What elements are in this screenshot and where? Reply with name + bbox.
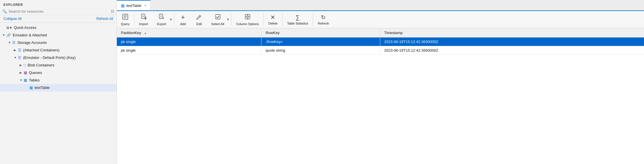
explorer-header: EXPLORER — [0, 0, 117, 8]
column-options-icon — [244, 14, 251, 21]
cell-timestamp: 2023-06-19T15:12:42.3560000Z — [380, 46, 644, 55]
query-icon — [122, 14, 128, 21]
edit-button[interactable]: Edit — [191, 12, 207, 27]
import-button[interactable]: Import — [135, 12, 152, 27]
caret-icon: ▼ — [20, 77, 24, 83]
export-label: Export — [157, 22, 166, 26]
sidebar: EXPLORER 🔍 ☷ Collapse All Refresh All ⊠★… — [0, 0, 117, 164]
separator — [263, 13, 264, 26]
select-all-icon — [215, 14, 221, 21]
tree-label: Blob Containers — [28, 62, 55, 68]
column-options-label: Column Options — [236, 22, 259, 26]
table-statistics-label: Table Statistics — [287, 22, 308, 25]
select-all-group: Select All ▼ — [207, 12, 231, 27]
refresh-all-button[interactable]: Refresh All — [96, 16, 113, 21]
file-tree: ⊠★ Quick Access ▼ 🔗 Emulator & Attached … — [0, 23, 117, 164]
add-icon: + — [181, 13, 185, 21]
caret-icon: ▶ — [14, 47, 18, 53]
collapse-all-button[interactable]: Collapse All — [3, 16, 22, 21]
refresh-icon: ↻ — [321, 14, 326, 21]
column-header-row-key[interactable]: RowKey — [261, 28, 380, 38]
caret-icon: ▼ — [8, 40, 12, 46]
toolbar: Query Import — [117, 11, 644, 28]
tree-label: Storage Accounts — [17, 40, 47, 46]
search-icon: 🔍 — [2, 9, 7, 14]
storage-icon: ☰ — [12, 40, 16, 46]
caret-icon: ▶ — [20, 70, 24, 76]
search-row: 🔍 ☷ — [0, 8, 117, 15]
svg-rect-11 — [216, 14, 220, 19]
tree-item-queues[interactable]: ▶ ▦ Queues — [0, 69, 117, 77]
add-button[interactable]: + Add — [175, 12, 191, 27]
table-row[interactable]: pk single ,RowKey= 2023-06-19T15:12:42.3… — [117, 38, 644, 46]
import-label: Import — [139, 22, 148, 26]
caret-icon: ▶ — [20, 62, 24, 68]
separator — [134, 13, 134, 26]
queue-icon: ▦ — [24, 70, 27, 76]
select-all-label: Select All — [211, 22, 224, 26]
storage-icon: ☰ — [18, 47, 21, 53]
export-icon — [158, 14, 165, 21]
edit-label: Edit — [196, 22, 202, 26]
tab-table-icon: ▦ — [121, 3, 125, 8]
tab-test-table[interactable]: ▦ testTable × — [117, 0, 151, 10]
tab-close-button[interactable]: × — [144, 3, 146, 8]
refresh-label: Refresh — [318, 22, 329, 25]
add-label: Add — [180, 22, 186, 26]
collapse-refresh-row: Collapse All Refresh All — [0, 15, 117, 23]
tab-label: testTable — [126, 3, 141, 8]
query-button[interactable]: Query — [117, 12, 134, 27]
table-header-row: PartitionKey ▲ RowKey Timestamp — [117, 28, 644, 38]
cell-partition-key: pk single — [117, 38, 261, 46]
export-button[interactable]: Export — [152, 12, 168, 27]
column-header-timestamp[interactable]: Timestamp — [380, 28, 644, 38]
table-row[interactable]: pk single quote string 2023-06-19T15:12:… — [117, 46, 644, 55]
blob-icon: □ — [24, 62, 26, 68]
tree-label: (Emulator - Default Ports) (Key) — [23, 55, 76, 61]
tree-item-storage-accounts[interactable]: ▼ ☰ Storage Accounts — [0, 39, 117, 46]
sort-asc-icon: ▲ — [144, 31, 147, 35]
tree-item-tables[interactable]: ▼ ▦ Tables — [0, 77, 117, 84]
caret-icon: ▼ — [14, 55, 18, 61]
svg-line-10 — [199, 16, 200, 17]
filter-icon[interactable]: ☷ — [111, 9, 114, 14]
delete-label: Delete — [268, 22, 278, 25]
tree-item-emulator-default[interactable]: ▼ ☰ (Emulator - Default Ports) (Key) — [0, 54, 117, 62]
caret-icon: ▼ — [2, 32, 6, 38]
import-icon — [141, 14, 147, 21]
tree-label: (Attached Containers) — [23, 47, 59, 53]
table-statistics-button[interactable]: ∑ Table Statistics — [283, 12, 312, 27]
separator — [313, 13, 313, 26]
svg-point-13 — [247, 16, 248, 18]
table-area: PartitionKey ▲ RowKey Timestamp pk singl… — [117, 28, 644, 164]
tree-item-quick-access[interactable]: ⊠★ Quick Access — [0, 24, 117, 31]
table-statistics-icon: ∑ — [295, 14, 299, 21]
delete-button[interactable]: ✕ Delete — [264, 12, 282, 27]
tree-item-emulator-attached[interactable]: ▼ 🔗 Emulator & Attached — [0, 31, 117, 39]
select-all-button[interactable]: Select All — [207, 12, 225, 27]
tree-item-attached-containers[interactable]: ▶ ☰ (Attached Containers) — [0, 46, 117, 54]
separator — [174, 13, 174, 26]
tree-label: Quick Access — [14, 25, 36, 31]
chain-icon: 🔗 — [6, 32, 11, 38]
delete-icon: ✕ — [270, 14, 275, 21]
export-group: Export ▼ — [152, 12, 173, 27]
tree-label: testTable — [35, 85, 50, 91]
separator — [282, 13, 282, 26]
column-header-partition-key[interactable]: PartitionKey ▲ — [117, 28, 261, 38]
main-content: ▦ testTable × Query — [117, 0, 644, 164]
tree-item-test-table[interactable]: ▦ testTable — [0, 84, 117, 92]
tree-item-blob-containers[interactable]: ▶ □ Blob Containers — [0, 62, 117, 69]
storage-icon: ☰ — [18, 55, 21, 61]
search-input[interactable] — [9, 9, 111, 14]
quick-access-icon: ⊠★ — [6, 25, 12, 31]
refresh-button[interactable]: ↻ Refresh — [314, 12, 333, 27]
column-options-button[interactable]: Column Options — [232, 12, 263, 27]
svg-rect-4 — [141, 14, 145, 18]
export-dropdown-button[interactable]: ▼ — [168, 12, 173, 27]
tree-label: Emulator & Attached — [13, 32, 47, 38]
cell-row-key: quote string — [261, 46, 380, 55]
select-all-dropdown-button[interactable]: ▼ — [225, 12, 231, 27]
cell-partition-key: pk single — [117, 46, 261, 55]
cell-row-key: ,RowKey= — [261, 38, 380, 46]
